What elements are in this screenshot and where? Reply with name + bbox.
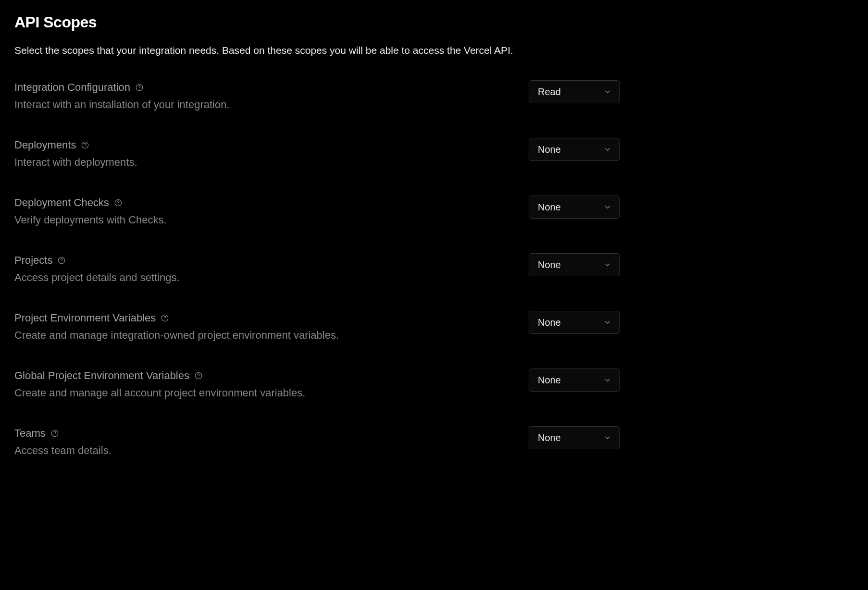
svg-point-11 (198, 377, 198, 378)
scope-description: Interact with an installation of your in… (14, 98, 509, 111)
help-icon[interactable] (81, 141, 89, 149)
scope-info: Deployments Interact with deployments. (14, 139, 509, 169)
svg-point-3 (85, 147, 86, 147)
scope-title-line: Integration Configuration (14, 81, 509, 94)
scope-select-value: None (538, 375, 561, 386)
help-icon[interactable] (114, 198, 123, 207)
scope-title: Deployments (14, 139, 76, 151)
chevron-down-icon (603, 87, 612, 96)
page-description: Select the scopes that your integration … (14, 45, 854, 56)
scope-select-project-env-vars[interactable]: None (529, 311, 620, 334)
scope-row-deployment-checks: Deployment Checks Verify deployments wit… (14, 197, 620, 226)
scope-row-teams: Teams Access team details. None (14, 427, 620, 457)
help-icon[interactable] (135, 83, 144, 92)
svg-point-9 (165, 320, 165, 320)
scope-title: Projects (14, 254, 52, 267)
chevron-down-icon (603, 318, 612, 327)
scope-info: Integration Configuration Interact with … (14, 81, 509, 111)
scope-description: Interact with deployments. (14, 156, 509, 169)
help-icon[interactable] (194, 371, 203, 380)
scope-title-line: Global Project Environment Variables (14, 369, 509, 382)
chevron-down-icon (603, 376, 612, 384)
scope-info: Global Project Environment Variables Cre… (14, 369, 509, 399)
scope-description: Access project details and settings. (14, 271, 509, 284)
svg-point-7 (62, 262, 62, 262)
help-icon[interactable] (57, 256, 66, 265)
svg-point-1 (139, 89, 139, 89)
scope-info: Deployment Checks Verify deployments wit… (14, 197, 509, 226)
scope-description: Verify deployments with Checks. (14, 214, 509, 226)
scope-row-project-env-vars: Project Environment Variables Create and… (14, 312, 620, 342)
chevron-down-icon (603, 145, 612, 154)
chevron-down-icon (603, 433, 612, 442)
scope-select-teams[interactable]: None (529, 426, 620, 449)
scope-select-value: None (538, 259, 561, 270)
svg-point-13 (54, 435, 55, 435)
scope-title: Teams (14, 427, 46, 440)
page-title: API Scopes (14, 13, 854, 31)
scope-title-line: Project Environment Variables (14, 312, 509, 324)
scope-select-projects[interactable]: None (529, 253, 620, 276)
scope-title-line: Deployments (14, 139, 509, 151)
scope-description: Create and manage all account project en… (14, 387, 509, 399)
scope-select-global-project-env-vars[interactable]: None (529, 369, 620, 392)
scope-select-value: None (538, 144, 561, 155)
scope-row-projects: Projects Access project details and sett… (14, 254, 620, 284)
scope-info: Projects Access project details and sett… (14, 254, 509, 284)
chevron-down-icon (603, 203, 612, 211)
scope-title-line: Deployment Checks (14, 197, 509, 209)
scope-select-value: Read (538, 86, 561, 98)
scope-title: Deployment Checks (14, 197, 109, 209)
scope-title-line: Teams (14, 427, 509, 440)
scope-list: Integration Configuration Interact with … (14, 81, 620, 457)
help-icon[interactable] (50, 429, 59, 438)
scope-select-value: None (538, 317, 561, 328)
svg-point-5 (118, 204, 118, 205)
scope-select-value: None (538, 202, 561, 213)
scope-select-integration-configuration[interactable]: Read (529, 80, 620, 103)
scope-info: Project Environment Variables Create and… (14, 312, 509, 342)
help-icon[interactable] (161, 314, 169, 322)
scope-row-deployments: Deployments Interact with deployments. N… (14, 139, 620, 169)
scope-select-value: None (538, 432, 561, 443)
scope-info: Teams Access team details. (14, 427, 509, 457)
chevron-down-icon (603, 260, 612, 269)
scope-title-line: Projects (14, 254, 509, 267)
scope-select-deployment-checks[interactable]: None (529, 196, 620, 219)
scope-row-global-project-env-vars: Global Project Environment Variables Cre… (14, 369, 620, 399)
scope-select-deployments[interactable]: None (529, 138, 620, 161)
scope-row-integration-configuration: Integration Configuration Interact with … (14, 81, 620, 111)
scope-title: Global Project Environment Variables (14, 369, 189, 382)
scope-description: Create and manage integration-owned proj… (14, 329, 509, 342)
scope-description: Access team details. (14, 444, 509, 457)
scope-title: Project Environment Variables (14, 312, 156, 324)
scope-title: Integration Configuration (14, 81, 130, 94)
